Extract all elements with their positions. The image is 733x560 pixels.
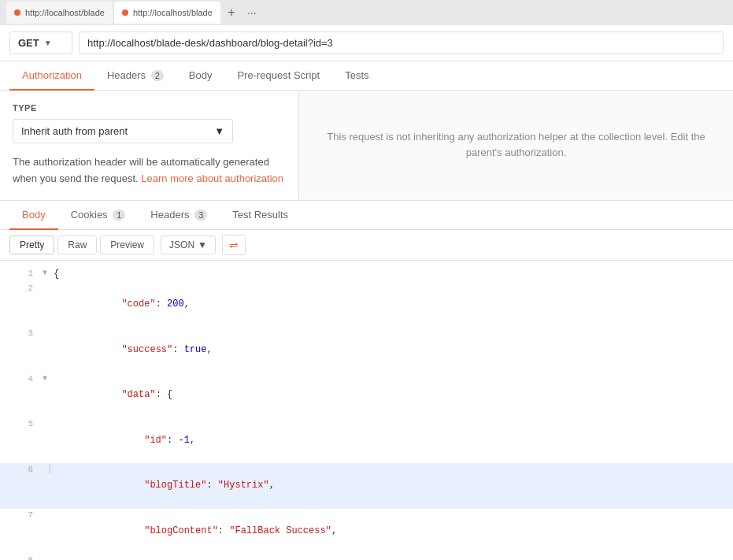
code-line-7: 7 "blogContent": "FallBack Success", xyxy=(0,509,733,554)
auth-description: The authorization header will be automat… xyxy=(13,154,286,187)
browser-tab-2[interactable]: http://localhost/blade xyxy=(114,2,220,24)
code-line-4: 4 ▼ "data": { xyxy=(0,373,733,418)
line-content-4: "data": { xyxy=(54,373,724,418)
code-line-2: 2 "code": 200, xyxy=(0,282,733,328)
resp-tab-cookies[interactable]: Cookies 1 xyxy=(58,201,139,230)
line-num-7: 7 xyxy=(9,509,33,523)
line-toggle-1[interactable]: ▼ xyxy=(43,267,54,280)
line-content-5: "id": -1, xyxy=(54,417,724,463)
tab-body[interactable]: Body xyxy=(176,61,225,91)
auth-content: TYPE Inherit auth from parent ▼ The auth… xyxy=(0,91,733,201)
line-toggle-6: │ xyxy=(43,463,54,476)
line-num-5: 5 xyxy=(9,417,33,432)
resp-tab-body[interactable]: Body xyxy=(9,201,58,230)
method-label: GET xyxy=(18,37,39,49)
type-label: TYPE xyxy=(13,103,286,113)
line-content-2: "code": 200, xyxy=(54,282,724,328)
auth-right-text: This request is not inheriting any autho… xyxy=(315,129,717,162)
preview-button[interactable]: Preview xyxy=(100,235,154,254)
tab-pre-request-script[interactable]: Pre-request Script xyxy=(224,61,332,91)
tab-bar: http://localhost/blade http://localhost/… xyxy=(0,0,733,25)
resp-headers-badge: 3 xyxy=(194,210,207,221)
line-num-4: 4 xyxy=(9,373,33,387)
body-format-bar: Pretty Raw Preview JSON ▼ ⇌ xyxy=(0,230,733,261)
method-selector[interactable]: GET ▼ xyxy=(9,32,72,54)
tab-authorization[interactable]: Authorization xyxy=(9,61,94,91)
auth-left-panel: TYPE Inherit auth from parent ▼ The auth… xyxy=(0,91,299,200)
browser-tab-2-label: http://localhost/blade xyxy=(133,8,213,17)
line-num-6: 6 xyxy=(9,463,33,477)
tab-headers[interactable]: Headers 2 xyxy=(94,61,176,91)
headers-badge: 2 xyxy=(151,70,164,81)
response-tabs: Body Cookies 1 Headers 3 Test Results xyxy=(0,201,733,230)
tab-dot-1 xyxy=(14,9,20,16)
code-line-6: 6 │ "blogTitle": "Hystrix", xyxy=(0,463,733,509)
line-num-8: 8 xyxy=(9,554,33,560)
json-format-label: JSON xyxy=(169,239,194,250)
line-content-8: "blogDate": "2019-01-11 19:50:20", xyxy=(54,554,724,560)
line-content-6: "blogTitle": "Hystrix", xyxy=(54,463,724,509)
wrap-lines-button[interactable]: ⇌ xyxy=(222,235,246,255)
auth-right-panel: This request is not inheriting any autho… xyxy=(299,91,733,200)
request-bar: GET ▼ xyxy=(0,25,733,61)
pretty-button[interactable]: Pretty xyxy=(9,235,54,254)
browser-tab-1[interactable]: http://localhost/blade xyxy=(6,2,113,24)
chevron-down-icon: ▼ xyxy=(44,39,52,47)
tab-more-button[interactable]: ··· xyxy=(242,3,261,22)
line-toggle-4[interactable]: ▼ xyxy=(43,373,54,385)
line-content-1: { xyxy=(54,267,724,282)
code-line-3: 3 "success": true, xyxy=(0,327,733,373)
auth-learn-more-link[interactable]: Learn more about authorization xyxy=(141,172,283,184)
line-num-1: 1 xyxy=(9,267,33,281)
json-format-selector[interactable]: JSON ▼ xyxy=(161,235,216,254)
request-tabs: Authorization Headers 2 Body Pre-request… xyxy=(0,61,733,91)
browser-tab-1-label: http://localhost/blade xyxy=(25,8,105,17)
tab-tests[interactable]: Tests xyxy=(332,61,381,91)
type-select-value: Inherit auth from parent xyxy=(21,125,128,137)
tab-dot-2 xyxy=(122,9,128,16)
line-content-7: "blogContent": "FallBack Success", xyxy=(54,509,724,554)
json-format-chevron-icon: ▼ xyxy=(198,239,207,250)
resp-tab-headers[interactable]: Headers 3 xyxy=(138,201,220,230)
cookies-badge: 1 xyxy=(113,210,125,221)
tab-add-button[interactable]: + xyxy=(222,3,241,22)
code-line-5: 5 "id": -1, xyxy=(0,417,733,463)
app-container: http://localhost/blade http://localhost/… xyxy=(0,0,733,560)
type-select-dropdown[interactable]: Inherit auth from parent ▼ xyxy=(13,119,233,143)
line-content-3: "success": true, xyxy=(54,327,724,373)
type-select-chevron-icon: ▼ xyxy=(214,125,224,137)
code-line-8: 8 "blogDate": "2019-01-11 19:50:20", xyxy=(0,554,733,560)
code-area: 1 ▼ { 2 "code": 200, 3 "success": true, … xyxy=(0,261,733,560)
resp-tab-test-results[interactable]: Test Results xyxy=(220,201,301,230)
raw-button[interactable]: Raw xyxy=(57,235,97,254)
line-num-2: 2 xyxy=(9,282,33,296)
code-line-1: 1 ▼ { xyxy=(0,267,733,282)
url-input[interactable] xyxy=(79,32,724,54)
line-num-3: 3 xyxy=(9,327,33,341)
